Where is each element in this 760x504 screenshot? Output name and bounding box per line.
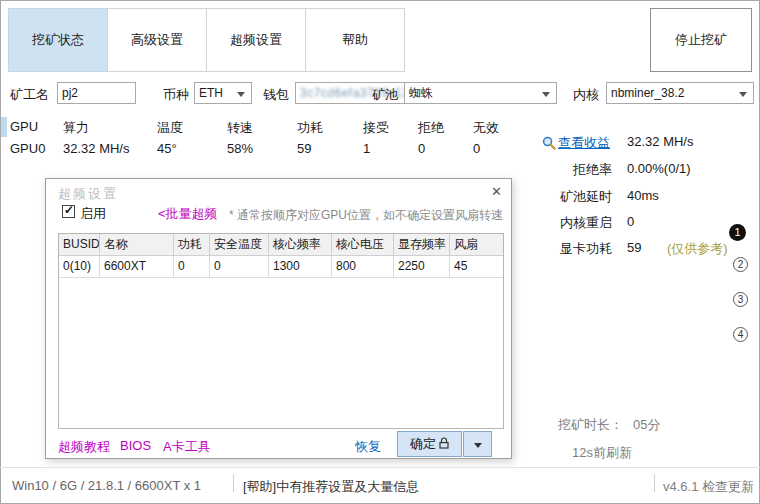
- tab-mining-status[interactable]: 挖矿状态: [8, 8, 108, 72]
- oc-safetemp[interactable]: 0: [210, 256, 269, 278]
- badge-3[interactable]: 3: [733, 292, 748, 307]
- enable-label: 启用: [80, 205, 106, 223]
- lock-icon: [439, 437, 449, 452]
- oc-col-safetemp: 安全温度: [210, 234, 269, 256]
- chevron-down-icon: [542, 92, 550, 97]
- overclock-table: BUSID 名称 功耗 安全温度 核心频率 核心电压 显存频率 风扇 0(10)…: [58, 233, 504, 429]
- gpu-rejected: 0: [418, 141, 425, 156]
- oc-col-memfreq: 显存频率: [394, 234, 450, 256]
- statusbar-separator: [654, 474, 655, 492]
- oc-col-power: 功耗: [174, 234, 210, 256]
- checkmark-icon: ✓: [64, 203, 74, 217]
- dialog-hint: * 通常按顺序对应GPU位置，如不确定设置风扇转速: [229, 207, 503, 224]
- kernel-label: 内核: [573, 86, 599, 104]
- coin-select[interactable]: ETH: [194, 82, 252, 104]
- oc-fan[interactable]: 45: [450, 256, 503, 278]
- gpu-fan: 58%: [227, 141, 253, 156]
- oc-col-fan: 风扇: [450, 234, 503, 256]
- overclock-table-row[interactable]: 0(10) 6600XT 0 0 1300 800 2250 45: [59, 256, 503, 278]
- stop-mining-button[interactable]: 停止挖矿: [650, 8, 752, 72]
- oc-busid: 0(10): [59, 256, 100, 278]
- statusbar-separator: [233, 474, 234, 492]
- restore-link[interactable]: 恢复: [355, 438, 381, 456]
- dialog-title: 超频设置: [58, 185, 118, 203]
- close-icon[interactable]: ✕: [491, 184, 502, 199]
- stop-mining-label: 停止挖矿: [675, 31, 727, 49]
- help-message: [帮助]中有推荐设置及大量信息: [243, 478, 419, 496]
- version-update-link[interactable]: v4.6.1 检查更新: [663, 478, 754, 496]
- oc-memfreq[interactable]: 2250: [394, 256, 450, 278]
- kernel-value: nbminer_38.2: [611, 86, 684, 100]
- gpu-table-header: GPU 算力 温度 转速 功耗 接受 拒绝 无效: [10, 119, 535, 139]
- mining-duration-value: 05分: [633, 416, 660, 434]
- system-info: Win10 / 6G / 21.8.1 / 6600XT x 1: [12, 478, 201, 493]
- batch-overclock-link[interactable]: <批量超频: [158, 205, 218, 223]
- miner-app-window: 挖矿状态 高级设置 超频设置 帮助 停止挖矿 矿工名 币种 ETH 钱包 3c7…: [0, 0, 760, 504]
- oc-corevolt[interactable]: 800: [332, 256, 394, 278]
- tab-help[interactable]: 帮助: [305, 8, 405, 72]
- col-power: 功耗: [297, 119, 323, 137]
- reject-rate-value: 0.00%(0/1): [627, 161, 691, 176]
- chevron-down-icon: [237, 92, 245, 97]
- confirm-button[interactable]: 确定: [397, 431, 462, 457]
- badge-4[interactable]: 4: [733, 327, 748, 342]
- enable-checkbox[interactable]: ✓: [62, 205, 75, 218]
- col-accepted: 接受: [363, 119, 389, 137]
- pool-latency-value: 40ms: [627, 188, 659, 203]
- gpu-accepted: 1: [363, 141, 370, 156]
- gpu-power-value: 59: [627, 240, 641, 255]
- gpu-hashrate: 32.32 MH/s: [63, 141, 129, 156]
- col-temp: 温度: [157, 119, 183, 137]
- magnifier-icon: [542, 136, 556, 153]
- pool-value: 蜘蛛: [409, 86, 433, 100]
- tab-label: 帮助: [342, 31, 368, 49]
- miner-name-input[interactable]: [57, 82, 136, 104]
- refresh-info: 12s前刷新: [572, 444, 632, 462]
- kernel-select[interactable]: nbminer_38.2: [606, 82, 754, 104]
- oc-col-busid: BUSID: [59, 234, 100, 256]
- confirm-dropdown-button[interactable]: [463, 431, 492, 457]
- pool-label: 矿池: [372, 86, 398, 104]
- gpu-power: 59: [297, 141, 311, 156]
- col-invalid: 无效: [473, 119, 499, 137]
- gpu-name: GPU0: [10, 141, 45, 156]
- tab-label: 高级设置: [131, 31, 183, 49]
- tab-overclock-settings[interactable]: 超频设置: [206, 8, 306, 72]
- badge-2[interactable]: 2: [733, 257, 748, 272]
- col-fan: 转速: [227, 119, 253, 137]
- wallet-label: 钱包: [263, 86, 289, 104]
- confirm-label: 确定: [410, 435, 436, 453]
- oc-name: 6600XT: [100, 256, 174, 278]
- gpu-invalid: 0: [473, 141, 480, 156]
- bios-link[interactable]: BIOS: [120, 438, 151, 453]
- gpu-table-row: GPU0 32.32 MH/s 45° 58% 59 1 0 0: [10, 141, 535, 161]
- oc-col-name: 名称: [100, 234, 174, 256]
- oc-corefreq[interactable]: 1300: [269, 256, 332, 278]
- tab-advanced-settings[interactable]: 高级设置: [107, 8, 207, 72]
- mining-duration-label: 挖矿时长：: [558, 416, 623, 434]
- overclock-table-header: BUSID 名称 功耗 安全温度 核心频率 核心电压 显存频率 风扇: [59, 234, 503, 256]
- oc-power[interactable]: 0: [174, 256, 210, 278]
- pool-select[interactable]: 蜘蛛: [404, 82, 557, 104]
- col-rejected: 拒绝: [418, 119, 444, 137]
- gpu-power-label: 显卡功耗: [540, 240, 612, 258]
- amd-tools-link[interactable]: A卡工具: [163, 438, 211, 456]
- tab-label: 挖矿状态: [32, 31, 84, 49]
- overclock-tutorial-link[interactable]: 超频教程: [58, 438, 110, 456]
- overclock-dialog: 超频设置 ✕ ✓ 启用 <批量超频 * 通常按顺序对应GPU位置，如不确定设置风…: [45, 178, 512, 459]
- badge-1[interactable]: 1: [729, 224, 746, 241]
- chevron-down-icon: [739, 92, 747, 97]
- view-earnings-link[interactable]: 查看收益: [558, 134, 610, 152]
- oc-col-corefreq: 核心频率: [269, 234, 332, 256]
- chevron-down-icon: [474, 443, 482, 448]
- coin-value: ETH: [199, 86, 223, 100]
- miner-name-label: 矿工名: [10, 86, 49, 104]
- pool-latency-label: 矿池延时: [540, 188, 612, 206]
- total-hashrate-value: 32.32 MH/s: [627, 134, 693, 149]
- gpu-temp: 45°: [157, 141, 177, 156]
- col-gpu: GPU: [10, 119, 38, 134]
- tab-label: 超频设置: [230, 31, 282, 49]
- kernel-restart-label: 内核重启: [540, 214, 612, 232]
- reject-rate-label: 拒绝率: [540, 161, 612, 179]
- kernel-restart-value: 0: [627, 214, 634, 229]
